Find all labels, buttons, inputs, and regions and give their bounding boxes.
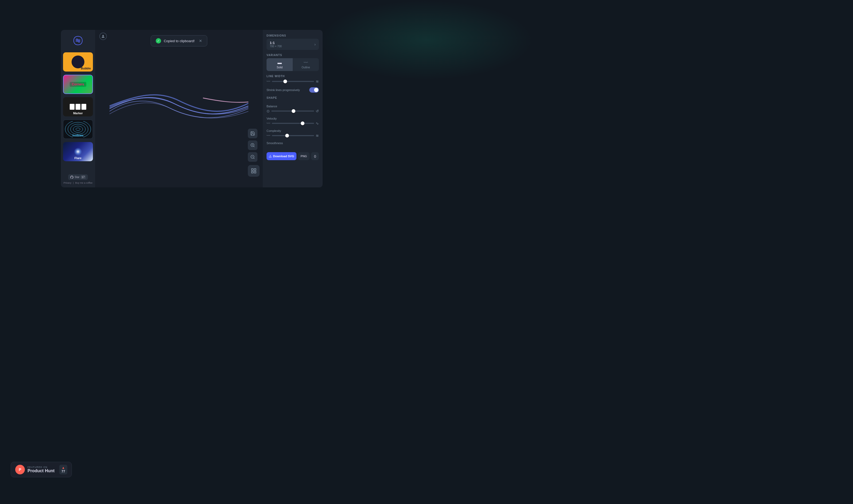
- coffee-link[interactable]: Buy me a coffee: [75, 181, 92, 184]
- balance-slider-row: ⊙ ↺: [267, 109, 319, 113]
- svg-point-5: [102, 35, 104, 36]
- line-width-slider-row: 〰 ≋: [267, 79, 319, 84]
- app-container: Bubble Corners Marker: [61, 30, 323, 187]
- preset-corners[interactable]: Corners: [63, 75, 93, 94]
- dimensions-section: DIMENSIONS 1:1 700 × 700 ›: [267, 34, 319, 50]
- ph-arrow-icon: ▲: [62, 466, 65, 470]
- svg-point-2: [71, 124, 86, 134]
- preset-flare[interactable]: Flare: [63, 142, 93, 161]
- dimension-size: 700 × 700: [270, 45, 282, 48]
- velocity-section: Velocity 〰 ∿: [267, 117, 319, 125]
- complexity-slider-row: 〰 ≋: [267, 133, 319, 138]
- privacy-link[interactable]: Privacy: [64, 181, 72, 184]
- velocity-max-icon: ∿: [316, 121, 319, 125]
- app-logo: [72, 34, 84, 47]
- velocity-label: Velocity: [267, 117, 319, 120]
- sidebar-footer: Star 17 Privacy | Buy me a coffee: [63, 174, 93, 184]
- preset-isolines[interactable]: Isolines: [63, 120, 93, 139]
- line-width-label: Line width: [267, 75, 319, 78]
- balance-section: Balance ⊙ ↺: [267, 105, 319, 113]
- outline-icon: 〰: [304, 60, 308, 65]
- preset-marker[interactable]: Marker: [63, 97, 93, 116]
- solid-label: Solid: [277, 66, 283, 69]
- toast-close-button[interactable]: ✕: [199, 39, 202, 43]
- canvas-area: ✓ Copied to clipboard! ✕: [95, 30, 263, 187]
- shrink-lines-row: Shrink lines progressively: [267, 87, 319, 93]
- outline-label: Outline: [302, 66, 310, 69]
- complexity-label: Complexity: [267, 129, 319, 132]
- balance-min-icon: ⊙: [267, 109, 270, 113]
- ph-votes-container: ▲ 77: [59, 465, 67, 474]
- sidebar: Bubble Corners Marker: [61, 30, 95, 187]
- solid-icon: ▬: [278, 60, 282, 65]
- star-label: Star: [74, 176, 79, 179]
- svg-rect-16: [252, 172, 253, 173]
- bubble-circle: [72, 55, 84, 68]
- line-width-slider[interactable]: [272, 81, 314, 82]
- dimension-ratio: 1:1: [270, 41, 282, 45]
- line-width-min-icon: 〰: [267, 79, 270, 84]
- balance-label: Balance: [267, 105, 319, 108]
- sidebar-links: Privacy | Buy me a coffee: [64, 181, 93, 184]
- marker-label: Marker: [73, 112, 83, 115]
- ph-name-label: Product Hunt: [28, 468, 54, 473]
- line-width-section: Line width 〰 ≋: [267, 75, 319, 84]
- smoothness-section: Smoothness: [267, 142, 319, 146]
- dimension-selector[interactable]: 1:1 700 × 700 ›: [267, 39, 319, 50]
- variants-row: ▬ Solid 〰 Outline: [267, 58, 319, 71]
- shrink-lines-toggle[interactable]: [309, 87, 319, 93]
- save-button[interactable]: [248, 129, 257, 138]
- download-code-label: {}: [314, 155, 316, 158]
- velocity-slider[interactable]: [272, 123, 314, 124]
- zoom-in-button[interactable]: [248, 140, 257, 150]
- svg-point-1: [73, 126, 83, 132]
- download-png-button[interactable]: PNG: [298, 152, 310, 160]
- corners-label: Corners: [70, 82, 86, 87]
- toggle-knob: [314, 88, 318, 92]
- svg-rect-13: [252, 169, 253, 170]
- chevron-right-icon: ›: [314, 42, 316, 47]
- ph-featured-label: FEATURED ON: [28, 466, 54, 468]
- variants-title: VARIANTS: [267, 54, 319, 57]
- line-width-max-icon: ≋: [316, 79, 319, 84]
- svg-point-0: [76, 128, 80, 130]
- svg-rect-15: [254, 172, 256, 173]
- svg-line-7: [253, 146, 254, 147]
- profile-icon[interactable]: [99, 33, 107, 40]
- shape-section: SHAPE: [267, 96, 319, 101]
- smoothness-label: Smoothness: [267, 142, 319, 145]
- svg-rect-14: [254, 169, 256, 170]
- download-code-button[interactable]: {}: [311, 152, 319, 160]
- ph-vote-count: 77: [61, 470, 65, 473]
- star-count: 17: [81, 175, 86, 179]
- right-panel: DIMENSIONS 1:1 700 × 700 › VARIANTS ▬ So…: [263, 30, 323, 187]
- dimensions-title: DIMENSIONS: [267, 34, 319, 37]
- balance-max-icon: ↺: [316, 109, 319, 113]
- github-star-button[interactable]: Star 17: [68, 174, 88, 180]
- product-hunt-logo: P: [15, 465, 25, 474]
- shrink-lines-label: Shrink lines progressively: [267, 88, 300, 92]
- flare-label: Flare: [74, 157, 82, 160]
- velocity-slider-row: 〰 ∿: [267, 121, 319, 125]
- download-svg-button[interactable]: Download SVG: [267, 152, 297, 160]
- background-glow: [320, 0, 533, 80]
- velocity-min-icon: 〰: [267, 121, 270, 125]
- complexity-slider[interactable]: [272, 135, 314, 136]
- variant-solid-button[interactable]: ▬ Solid: [267, 58, 293, 71]
- balance-slider[interactable]: [271, 110, 314, 112]
- variants-section: VARIANTS ▬ Solid 〰 Outline: [267, 54, 319, 71]
- complexity-min-icon: 〰: [267, 133, 270, 138]
- toast-success-icon: ✓: [156, 38, 161, 43]
- toast-text: Copied to clipboard!: [164, 39, 195, 43]
- complexity-section: Complexity 〰 ≋: [267, 129, 319, 138]
- product-hunt-badge[interactable]: P FEATURED ON Product Hunt ▲ 77: [11, 462, 72, 477]
- preset-bubble[interactable]: Bubble: [63, 52, 93, 72]
- download-png-label: PNG: [301, 155, 307, 158]
- grid-button[interactable]: [248, 165, 260, 177]
- download-row: Download SVG PNG {}: [267, 152, 319, 160]
- isolines-label: Isolines: [73, 134, 84, 137]
- wave-visualization: [109, 82, 248, 136]
- product-hunt-text: FEATURED ON Product Hunt: [28, 466, 54, 473]
- variant-outline-button[interactable]: 〰 Outline: [293, 58, 319, 71]
- zoom-out-button[interactable]: [248, 152, 257, 162]
